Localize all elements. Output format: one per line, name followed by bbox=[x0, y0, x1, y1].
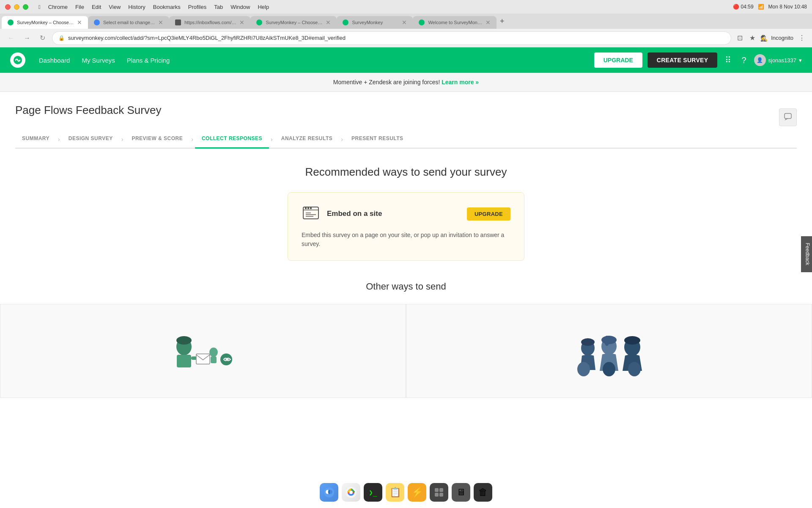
browser-tab-3[interactable]: SurveyMonkey – Choose… ✕ bbox=[250, 16, 337, 29]
step-collect[interactable]: COLLECT RESPONSES bbox=[195, 130, 269, 149]
tab-close-2[interactable]: ✕ bbox=[239, 19, 244, 26]
svg-rect-4 bbox=[305, 207, 307, 209]
apple-menu[interactable]:  bbox=[38, 4, 41, 10]
banner-text: Momentive + Zendesk are joining forces! bbox=[333, 79, 440, 86]
other-ways-title: Other ways to send bbox=[15, 281, 797, 292]
recommended-card: Embed on a site UPGRADE Embed this surve… bbox=[288, 192, 524, 261]
step-design[interactable]: DESIGN SURVEY bbox=[62, 130, 120, 149]
step-arrow-3: › bbox=[189, 136, 195, 143]
step-analyze-label: ANALYZE RESULTS bbox=[281, 135, 333, 141]
tab-favicon bbox=[8, 19, 14, 25]
address-bar[interactable]: 🔒 surveymonkey.com/collect/add/?sm=LpcQ3… bbox=[52, 31, 731, 45]
app-logo[interactable] bbox=[10, 52, 25, 68]
tab-favicon-5 bbox=[419, 19, 425, 25]
menu-button[interactable]: ⋮ bbox=[797, 32, 807, 44]
step-preview[interactable]: PREVIEW & SCORE bbox=[125, 130, 189, 149]
step-summary-label: SUMMARY bbox=[22, 135, 49, 141]
tab-title-5: Welcome to SurveyMon… bbox=[428, 20, 482, 25]
dock-trash-icon[interactable]: 🗑 bbox=[474, 483, 492, 502]
dock-finder-icon[interactable] bbox=[320, 483, 338, 502]
svg-rect-36 bbox=[435, 488, 439, 492]
tab-close-active[interactable]: ✕ bbox=[77, 19, 82, 26]
tab-title-1: Select email to change… bbox=[103, 20, 155, 25]
titlebar-right: 🔴 04:59 📶 Mon 8 Nov 10:48 bbox=[733, 4, 807, 10]
browser-tab-active[interactable]: SurveyMonkey – Choose… ✕ bbox=[2, 16, 88, 29]
apps-icon[interactable]: ⠿ bbox=[722, 52, 734, 68]
svg-point-35 bbox=[349, 491, 353, 494]
dock-chrome-icon[interactable] bbox=[342, 483, 360, 502]
reload-button[interactable]: ↻ bbox=[37, 32, 48, 44]
dock-lightning-icon[interactable]: ⚡ bbox=[408, 483, 426, 502]
help-menu[interactable]: Help bbox=[258, 4, 269, 10]
svg-rect-16 bbox=[211, 356, 217, 363]
other-way-contacts-card[interactable] bbox=[406, 304, 812, 398]
cast-button[interactable]: ⊡ bbox=[735, 32, 744, 44]
tab-favicon-3 bbox=[256, 19, 262, 25]
step-summary[interactable]: SUMMARY bbox=[15, 130, 56, 149]
svg-rect-14 bbox=[196, 354, 210, 364]
page-content: Page Flows Feedback Survey SUMMARY › DES… bbox=[0, 92, 812, 427]
nav-dashboard[interactable]: Dashboard bbox=[39, 57, 70, 64]
bookmarks-menu[interactable]: Bookmarks bbox=[153, 4, 181, 10]
embed-description: Embed this survey on a page on your site… bbox=[302, 231, 510, 248]
dock-app-icon-1[interactable] bbox=[430, 483, 448, 502]
forward-button[interactable]: → bbox=[21, 33, 33, 44]
banner-link[interactable]: Learn more » bbox=[442, 79, 479, 86]
new-tab-button[interactable]: + bbox=[497, 17, 508, 26]
help-icon[interactable]: ? bbox=[739, 53, 749, 68]
other-way-email-card[interactable] bbox=[0, 304, 406, 398]
upgrade-button[interactable]: UPGRADE bbox=[594, 52, 642, 68]
recommended-section-title: Recommended ways to send your survey bbox=[15, 166, 797, 179]
step-design-label: DESIGN SURVEY bbox=[69, 135, 113, 141]
bookmark-button[interactable]: ★ bbox=[748, 32, 757, 44]
tab-close-5[interactable]: ✕ bbox=[486, 19, 491, 26]
dock: ❯_ 📋 ⚡ 🖥 🗑 bbox=[314, 480, 498, 505]
svg-point-23 bbox=[604, 336, 609, 346]
maximize-button[interactable] bbox=[23, 4, 28, 10]
card-header-left: Embed on a site bbox=[302, 204, 382, 223]
dock-terminal-icon[interactable]: ❯_ bbox=[364, 483, 382, 502]
create-survey-button[interactable]: CREATE SURVEY bbox=[647, 52, 718, 68]
view-menu[interactable]: View bbox=[109, 4, 121, 10]
svg-point-11 bbox=[176, 336, 192, 345]
user-menu[interactable]: 👤 sjonas1337 ▾ bbox=[754, 54, 802, 66]
profiles-menu[interactable]: Profiles bbox=[188, 4, 206, 10]
svg-point-26 bbox=[577, 362, 590, 376]
email-illustration bbox=[148, 321, 258, 381]
nav-plans[interactable]: Plans & Pricing bbox=[127, 57, 170, 64]
traffic-lights[interactable] bbox=[5, 4, 28, 10]
card-header: Embed on a site UPGRADE bbox=[302, 204, 510, 223]
feedback-tab[interactable]: Feedback bbox=[801, 236, 812, 272]
chrome-menu[interactable]: Chrome bbox=[48, 4, 68, 10]
step-present[interactable]: PRESENT RESULTS bbox=[345, 130, 410, 149]
browser-tab-4[interactable]: SurveyMonkey ✕ bbox=[337, 16, 413, 29]
survey-options-button[interactable] bbox=[779, 108, 797, 126]
app-header: Dashboard My Surveys Plans & Pricing UPG… bbox=[0, 47, 812, 73]
steps-navigation: SUMMARY › DESIGN SURVEY › PREVIEW & SCOR… bbox=[15, 130, 797, 149]
window-menu[interactable]: Window bbox=[230, 4, 250, 10]
minimize-button[interactable] bbox=[14, 4, 19, 10]
svg-point-20 bbox=[581, 338, 595, 346]
tab-close-4[interactable]: ✕ bbox=[402, 19, 407, 26]
close-button[interactable] bbox=[5, 4, 11, 10]
tab-close-1[interactable]: ✕ bbox=[158, 19, 163, 26]
browser-tabs-bar: SurveyMonkey – Choose… ✕ Select email to… bbox=[0, 14, 812, 29]
history-menu[interactable]: History bbox=[128, 4, 145, 10]
main-body: Recommended ways to send your survey bbox=[15, 149, 797, 415]
nav-my-surveys[interactable]: My Surveys bbox=[82, 57, 115, 64]
embed-upgrade-button[interactable]: UPGRADE bbox=[467, 207, 510, 221]
tab-menu[interactable]: Tab bbox=[214, 4, 223, 10]
os-menu:  Chrome File Edit View History Bookmark… bbox=[38, 4, 269, 10]
browser-tab-1[interactable]: Select email to change… ✕ bbox=[88, 16, 169, 29]
dock-notes-icon[interactable]: 📋 bbox=[386, 483, 404, 502]
step-analyze[interactable]: ANALYZE RESULTS bbox=[274, 130, 340, 149]
tab-close-3[interactable]: ✕ bbox=[326, 19, 331, 26]
titlebar:  Chrome File Edit View History Bookmark… bbox=[0, 0, 812, 14]
browser-tab-2[interactable]: https://inboxflows.com/… ✕ bbox=[169, 16, 250, 29]
back-button[interactable]: ← bbox=[5, 33, 17, 44]
browser-tab-5[interactable]: Welcome to SurveyMon… ✕ bbox=[413, 16, 497, 29]
dock-app-icon-2[interactable]: 🖥 bbox=[452, 483, 470, 502]
edit-menu[interactable]: Edit bbox=[92, 4, 101, 10]
incognito-icon: 🕵 bbox=[760, 35, 768, 41]
file-menu[interactable]: File bbox=[75, 4, 84, 10]
